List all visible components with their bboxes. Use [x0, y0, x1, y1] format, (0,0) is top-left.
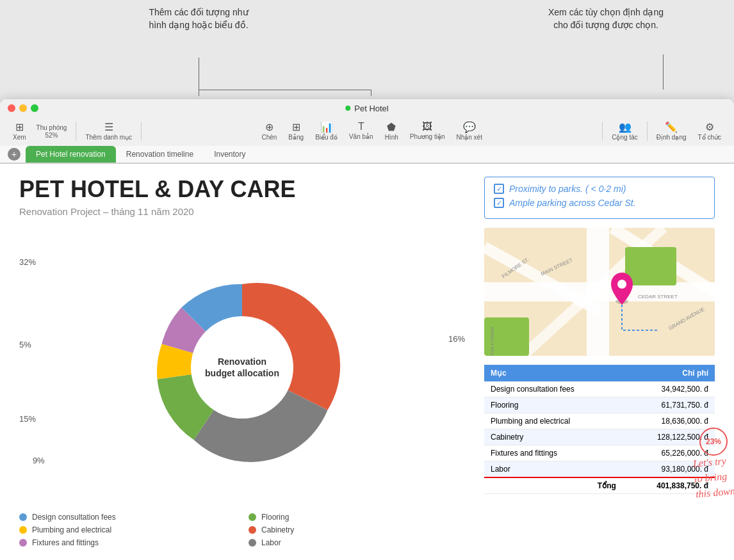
- add-list-button[interactable]: ☰ Thêm danh mục: [80, 120, 137, 142]
- window-title-dot: [345, 106, 350, 111]
- circle-annotation: 23%: [699, 428, 728, 456]
- format-button[interactable]: ✏️ Định dạng: [651, 120, 692, 142]
- table-header-row: Mục Chi phí: [484, 365, 715, 381]
- traffic-lights: [8, 104, 38, 112]
- view-button[interactable]: ⊞ Xem: [8, 120, 31, 142]
- organize-icon: ⚙: [705, 121, 714, 133]
- text-button[interactable]: T Văn bản: [344, 120, 379, 142]
- media-label: Phương tiện: [410, 133, 445, 140]
- table-cell-item: Fixtures and fittings: [484, 445, 623, 461]
- table-row: Flooring61,731,750. đ: [484, 397, 715, 413]
- content-right: Proximity to parks. ( < 0·2 mi) Ample pa…: [484, 177, 715, 547]
- svg-rect-6: [625, 247, 676, 285]
- tooltip-line-right: [663, 54, 664, 90]
- media-button[interactable]: 🖼 Phương tiện: [405, 120, 450, 142]
- collab-button[interactable]: 👥 Cộng tác: [607, 120, 642, 142]
- legend-label-cabinetry: Cabinetry: [261, 525, 294, 534]
- tab-inventory[interactable]: Inventory: [204, 146, 256, 163]
- toolbar-center: ⊕ Chèn ⊞ Bảng 📊 Biểu đồ T Văn bản ⬟ H: [145, 120, 598, 142]
- donut-center-text: Renovation budget allocation: [204, 356, 281, 379]
- tooltip-left: Thêm các đối tượng như hình dạng hoặc bi…: [141, 6, 256, 31]
- pct-16: 16%: [448, 334, 465, 344]
- col-header-cost: Chi phí: [623, 365, 715, 381]
- format-icon: ✏️: [665, 121, 678, 133]
- collab-icon: 👥: [619, 121, 632, 133]
- legend-plumbing: Plumbing and electrical: [19, 525, 236, 534]
- slide-title: PET HOTEL & DAY CARE: [19, 177, 465, 202]
- view-label: Xem: [13, 134, 26, 141]
- toolbar-right: ✏️ Định dạng ⚙ Tổ chức: [651, 120, 726, 142]
- comment-icon: 💬: [463, 121, 476, 133]
- chart-button[interactable]: 📊 Biểu đồ: [310, 120, 343, 142]
- legend-label-plumbing: Plumbing and electrical: [32, 525, 111, 534]
- organize-label: Tổ chức: [698, 134, 721, 141]
- note-line-2: Ample parking across Cedar St.: [494, 198, 705, 208]
- zoom-label: Thu phóng: [37, 124, 67, 131]
- comment-label: Nhận xét: [456, 134, 482, 141]
- zoom-value: 52%: [45, 132, 58, 139]
- organize-button[interactable]: ⚙ Tổ chức: [693, 120, 726, 142]
- pct-5: 5%: [19, 340, 31, 349]
- media-icon: 🖼: [422, 121, 432, 132]
- format-label: Định dạng: [657, 134, 687, 141]
- legend-dot-design: [19, 513, 27, 521]
- toolbar-separator-2: [141, 122, 142, 141]
- notes-area: Proximity to parks. ( < 0·2 mi) Ample pa…: [484, 177, 715, 219]
- tooltip-area: Thêm các đối tượng như hình dạng hoặc bi…: [0, 0, 734, 99]
- chart-label: Biểu đồ: [315, 134, 338, 141]
- shape-button[interactable]: ⬟ Hình: [380, 120, 404, 142]
- shape-icon: ⬟: [387, 121, 396, 133]
- table-row: Design consultation fees34,942,500. đ: [484, 381, 715, 397]
- donut-chart: Renovation budget allocation: [133, 259, 351, 476]
- table-total-row: Tổng401,838,750. đ: [484, 477, 715, 494]
- table-cell-cost: 18,636,000. đ: [623, 413, 715, 429]
- note-checkbox-1[interactable]: [494, 184, 504, 194]
- table-cell-item: Cabinetry: [484, 429, 623, 445]
- comment-button[interactable]: 💬 Nhận xét: [451, 120, 487, 142]
- legend-cabinetry: Cabinetry: [249, 525, 465, 534]
- table-button[interactable]: ⊞ Bảng: [283, 120, 309, 142]
- legend-dot-flooring: [249, 513, 256, 521]
- note-line-1: Proximity to parks. ( < 0·2 mi): [494, 184, 705, 194]
- content-left: PET HOTEL & DAY CARE Renovation Project …: [19, 177, 465, 547]
- tooltip-line-left: [199, 58, 199, 93]
- text-icon: T: [358, 121, 364, 132]
- tab-renovation-timeline[interactable]: Renovation timeline: [116, 146, 204, 163]
- table-icon: ⊞: [292, 121, 300, 133]
- budget-table: Mục Chi phí Design consultation fees34,9…: [484, 365, 715, 494]
- zoom-button[interactable]: Thu phóng 52%: [31, 122, 72, 140]
- minimize-button[interactable]: [19, 104, 27, 112]
- note-checkbox-2[interactable]: [494, 198, 504, 208]
- window-title: Pet Hotel: [345, 104, 388, 113]
- tabs-bar: + Pet Hotel renovation Renovation timeli…: [0, 146, 734, 163]
- add-list-label: Thêm danh mục: [85, 134, 132, 141]
- note-text-1: Proximity to parks. ( < 0·2 mi): [509, 184, 626, 194]
- legend-flooring: Flooring: [249, 513, 465, 522]
- chart-legend: Design consultation fees Flooring Plumbi…: [19, 513, 465, 547]
- titlebar: Pet Hotel ⊞ Xem Thu phóng 52% ☰ Thêm dan…: [0, 99, 734, 164]
- legend-labor: Labor: [249, 538, 465, 547]
- tab-pet-hotel-renovation[interactable]: Pet Hotel renovation: [26, 146, 116, 163]
- table-cell-item: Design consultation fees: [484, 381, 623, 397]
- close-button[interactable]: [8, 104, 15, 112]
- pct-9: 9%: [33, 456, 45, 465]
- note-text-2: Ample parking across Cedar St.: [509, 198, 636, 208]
- svg-point-14: [617, 280, 626, 289]
- main-window: Pet Hotel ⊞ Xem Thu phóng 52% ☰ Thêm dan…: [0, 99, 734, 560]
- legend-label-labor: Labor: [261, 538, 281, 547]
- legend-dot-labor: [249, 539, 256, 547]
- table-cell-cost: 61,731,750. đ: [623, 397, 715, 413]
- svg-text:CEDAR STREET: CEDAR STREET: [638, 294, 678, 300]
- maximize-button[interactable]: [31, 104, 38, 112]
- table-cell-item: Flooring: [484, 397, 623, 413]
- legend-label-flooring: Flooring: [261, 513, 289, 522]
- handwritten-note: Let's try to bring this down: [692, 452, 734, 502]
- legend-label-fixtures: Fixtures and fittings: [32, 538, 99, 547]
- text-label: Văn bản: [349, 133, 373, 140]
- collab-label: Cộng tác: [612, 134, 637, 141]
- toolbar: ⊞ Xem Thu phóng 52% ☰ Thêm danh mục ⊕ Ch…: [0, 117, 734, 146]
- tab-add-button[interactable]: +: [8, 148, 20, 161]
- toolbar-separator-4: [647, 122, 648, 141]
- toolbar-separator-3: [602, 122, 603, 141]
- insert-button[interactable]: ⊕ Chèn: [256, 120, 282, 142]
